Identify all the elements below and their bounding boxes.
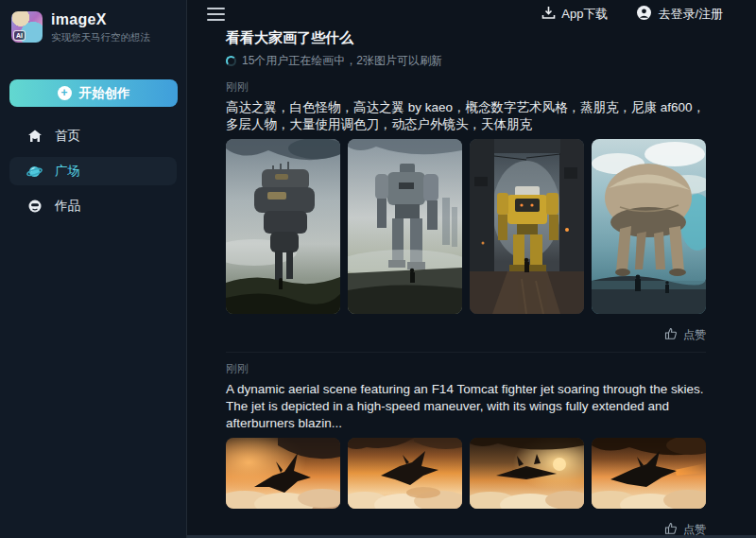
- home-icon: [26, 129, 43, 145]
- like-button[interactable]: 点赞: [226, 327, 706, 343]
- thumbs-up-icon: [664, 327, 678, 343]
- post-card: 刚刚 A dynamic aerial scene featuring an F…: [226, 352, 706, 538]
- feed-status-text: 15个用户正在绘画中，2张图片可以刷新: [242, 53, 442, 69]
- planet-icon: [26, 164, 43, 180]
- generated-image-jet-4[interactable]: [592, 438, 706, 509]
- post-timestamp: 刚刚: [226, 79, 706, 95]
- generated-image-mech-3[interactable]: [470, 139, 584, 314]
- app-logo-avatar: AI: [11, 11, 43, 43]
- app-name: imageX: [51, 11, 150, 28]
- generated-image-jet-3[interactable]: [470, 438, 584, 509]
- post-image-row: [226, 139, 706, 314]
- feed-status: 15个用户正在绘画中，2张图片可以刷新: [226, 53, 746, 69]
- start-create-label: 开始创作: [79, 85, 130, 102]
- sidebar: AI imageX 实现您天马行空的想法 + 开始创作 首页 广场 作品: [0, 0, 187, 538]
- post-timestamp: 刚刚: [226, 361, 706, 377]
- hamburger-icon[interactable]: [207, 4, 225, 25]
- download-tray-icon: [541, 6, 556, 23]
- top-bar: App下载 去登录/注册: [187, 0, 756, 28]
- post-image-row: [226, 438, 706, 509]
- app-download-button[interactable]: App下载: [541, 6, 608, 23]
- sidebar-item-home[interactable]: 首页: [9, 122, 177, 150]
- login-register-button[interactable]: 去登录/注册: [636, 5, 723, 24]
- sidebar-item-plaza[interactable]: 广场: [9, 157, 177, 185]
- app-title-block: imageX 实现您天马行空的想法: [51, 11, 150, 44]
- sidebar-item-label: 首页: [55, 128, 80, 145]
- generated-image-mech-1[interactable]: [226, 139, 340, 314]
- feed: 看看大家画了些什么 15个用户正在绘画中，2张图片可以刷新 刚刚 高达之翼，白色…: [187, 28, 746, 538]
- plus-circle-icon: +: [58, 86, 72, 100]
- ai-badge: AI: [13, 30, 26, 41]
- generated-image-mech-4[interactable]: [592, 139, 706, 314]
- app-tagline: 实现您天马行空的想法: [51, 31, 150, 44]
- like-label: 点赞: [683, 327, 706, 343]
- app-download-label: App下载: [561, 6, 608, 23]
- post-prompt: A dynamic aerial scene featuring an F14 …: [226, 381, 706, 432]
- main-area: App下载 去登录/注册 看看大家画了些什么 15个用户正在绘画中，2张图片可以…: [187, 0, 756, 538]
- generated-image-jet-2[interactable]: [348, 438, 462, 509]
- sidebar-item-label: 广场: [55, 163, 80, 180]
- app-logo-row: AI imageX 实现您天马行空的想法: [9, 11, 177, 44]
- person-circle-icon: [636, 5, 652, 24]
- login-register-label: 去登录/注册: [658, 6, 723, 23]
- generated-image-mech-2[interactable]: [348, 139, 462, 314]
- works-face-icon: [26, 199, 43, 215]
- sidebar-nav: 首页 广场 作品: [9, 122, 177, 220]
- start-create-button[interactable]: + 开始创作: [9, 79, 178, 107]
- feed-title: 看看大家画了些什么: [226, 29, 746, 47]
- loading-spinner-icon: [226, 56, 236, 66]
- top-bar-actions: App下载 去登录/注册: [541, 5, 723, 24]
- post-card: 刚刚 高达之翼，白色怪物，高达之翼 by kaeo，概念数字艺术风格，蒸朋克，尼…: [226, 79, 706, 343]
- generated-image-jet-1[interactable]: [226, 438, 340, 509]
- post-prompt: 高达之翼，白色怪物，高达之翼 by kaeo，概念数字艺术风格，蒸朋克，尼康 a…: [226, 99, 706, 133]
- sidebar-item-label: 作品: [55, 198, 80, 215]
- sidebar-item-works[interactable]: 作品: [9, 192, 177, 220]
